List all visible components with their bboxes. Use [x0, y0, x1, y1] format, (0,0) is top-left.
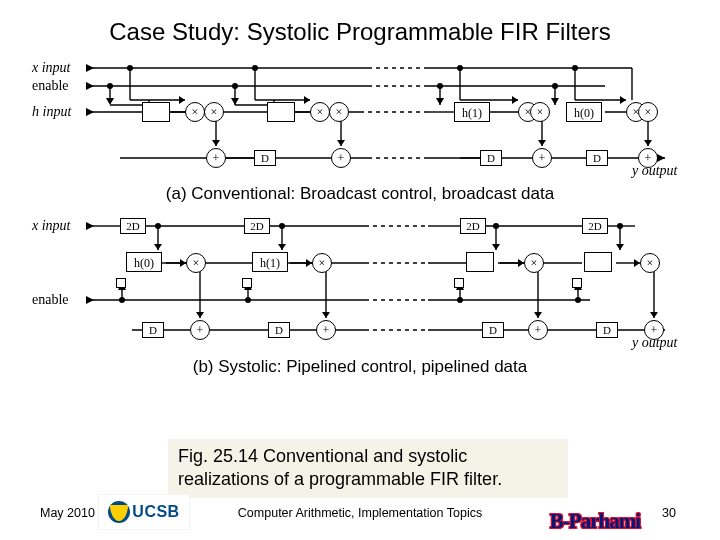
svg-marker-73	[86, 296, 94, 304]
add-icon: +	[316, 320, 336, 340]
svg-marker-48	[436, 98, 444, 105]
ucsb-wave-icon	[108, 501, 130, 523]
mult-icon: ×	[186, 253, 206, 273]
delay-d: D	[254, 150, 276, 166]
delay-2d: 2D	[460, 218, 486, 234]
figure-caption: Fig. 25.14 Conventional and systolic rea…	[168, 439, 568, 498]
mult-icon: ×	[638, 102, 658, 122]
add-icon: +	[532, 148, 552, 168]
latch-icon	[454, 278, 464, 288]
delay-d: D	[596, 322, 618, 338]
svg-marker-108	[616, 244, 624, 250]
svg-marker-99	[492, 244, 500, 250]
coef-h1: h(1)	[454, 102, 490, 122]
coef-h1: h(1)	[252, 252, 288, 272]
footer-date: May 2010	[40, 506, 95, 520]
latch-icon	[116, 278, 126, 288]
svg-marker-79	[154, 244, 162, 250]
reg-block	[267, 102, 295, 122]
svg-marker-91	[322, 312, 330, 318]
footer-page-number: 30	[662, 506, 676, 520]
svg-marker-13	[86, 108, 94, 116]
add-icon: +	[528, 320, 548, 340]
mult-icon: ×	[204, 102, 224, 122]
page-title: Case Study: Systolic Programmable FIR Fi…	[40, 18, 680, 46]
reg-block	[466, 252, 494, 272]
coef-h0: h(0)	[126, 252, 162, 272]
add-icon: +	[331, 148, 351, 168]
diagram-a: x input enable h input y output × × D + …	[30, 50, 675, 180]
svg-marker-22	[106, 98, 114, 105]
caption-a: (a) Conventional: Broadcast control, bro…	[0, 184, 720, 204]
svg-marker-31	[337, 140, 345, 146]
svg-marker-27	[304, 96, 310, 104]
svg-marker-41	[512, 96, 518, 104]
delay-d: D	[268, 322, 290, 338]
svg-marker-33	[231, 98, 239, 105]
svg-marker-69	[86, 222, 94, 230]
mult-icon: ×	[524, 253, 544, 273]
svg-marker-83	[196, 312, 204, 318]
mult-icon: ×	[530, 102, 550, 122]
svg-marker-87	[278, 244, 286, 250]
delay-d: D	[482, 322, 504, 338]
reg-block	[584, 252, 612, 272]
svg-marker-10	[657, 154, 665, 162]
mult-icon: ×	[312, 253, 332, 273]
svg-marker-16	[179, 96, 185, 104]
svg-marker-103	[534, 312, 542, 318]
delay-d: D	[586, 150, 608, 166]
svg-marker-46	[538, 140, 546, 146]
mult-icon: ×	[185, 102, 205, 122]
svg-marker-56	[644, 140, 652, 146]
svg-marker-20	[212, 140, 220, 146]
ucsb-logo: UCSB	[98, 494, 190, 530]
mult-icon: ×	[310, 102, 330, 122]
reg-block	[142, 102, 170, 122]
latch-icon	[572, 278, 582, 288]
delay-2d: 2D	[582, 218, 608, 234]
mult-icon: ×	[329, 102, 349, 122]
slide-footer: May 2010 UCSB Computer Arithmetic, Imple…	[0, 492, 720, 532]
add-icon: +	[644, 320, 664, 340]
svg-marker-11	[86, 64, 94, 72]
mult-icon: ×	[640, 253, 660, 273]
svg-marker-112	[650, 312, 658, 318]
diagram-b: x input enable y output 2D 2D 2D 2D h(0)…	[30, 208, 675, 353]
add-icon: +	[206, 148, 226, 168]
caption-b: (b) Systolic: Pipelined control, pipelin…	[0, 357, 720, 377]
coef-h0: h(0)	[566, 102, 602, 122]
add-icon: +	[190, 320, 210, 340]
author-logo: B-Parhami	[550, 509, 640, 534]
svg-marker-58	[551, 98, 559, 105]
latch-icon	[242, 278, 252, 288]
delay-2d: 2D	[120, 218, 146, 234]
ucsb-text: UCSB	[132, 503, 179, 521]
add-icon: +	[638, 148, 658, 168]
svg-marker-12	[86, 82, 94, 90]
svg-marker-51	[620, 96, 626, 104]
delay-d: D	[480, 150, 502, 166]
footer-center: Computer Arithmetic, Implementation Topi…	[238, 506, 482, 520]
delay-2d: 2D	[244, 218, 270, 234]
delay-d: D	[142, 322, 164, 338]
